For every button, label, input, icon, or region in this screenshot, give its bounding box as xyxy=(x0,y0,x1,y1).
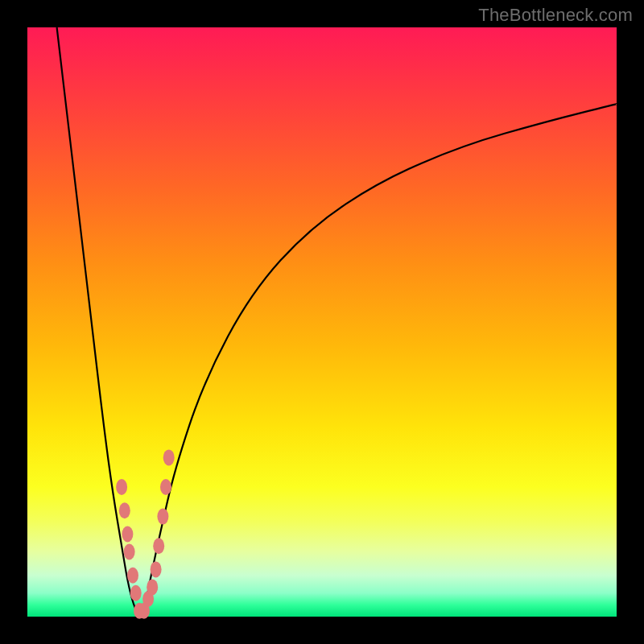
data-point xyxy=(151,561,162,577)
marker-group xyxy=(116,449,175,618)
data-point xyxy=(130,585,142,601)
data-point xyxy=(119,502,130,518)
data-point xyxy=(127,568,138,584)
chart-frame: TheBottleneck.com xyxy=(0,0,644,644)
data-point xyxy=(124,544,135,560)
curve-right-branch xyxy=(139,104,617,617)
data-point xyxy=(157,509,168,525)
data-point xyxy=(153,538,164,554)
data-point xyxy=(122,526,133,543)
data-point xyxy=(160,479,171,495)
data-point xyxy=(116,479,127,495)
curve-layer xyxy=(27,27,617,617)
plot-area xyxy=(27,27,617,617)
data-point xyxy=(147,579,158,595)
watermark-text: TheBottleneck.com xyxy=(478,5,633,26)
data-point xyxy=(163,449,175,465)
